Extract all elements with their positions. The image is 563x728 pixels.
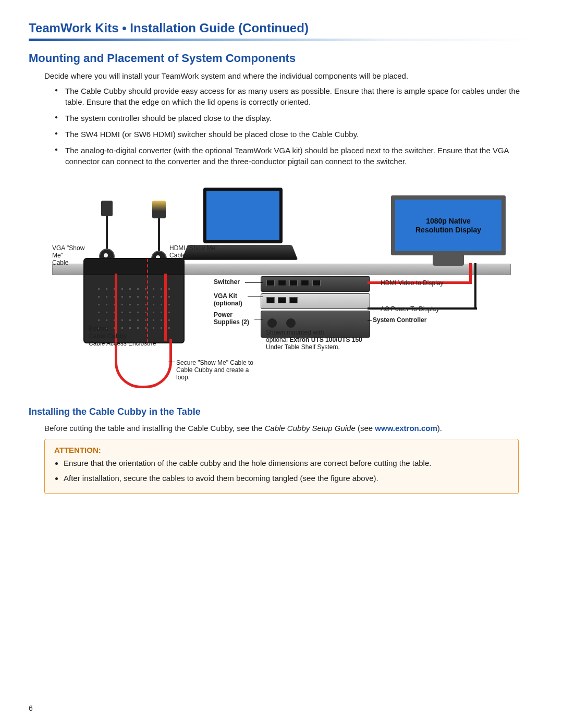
list-item: The Cable Cubby should provide easy acce… (55, 85, 534, 107)
switcher-unit-icon (261, 276, 370, 292)
shelf-note: Shown mounted with optional Extron UTS 1… (266, 329, 375, 351)
vga-kit-unit-icon (261, 293, 370, 309)
display-text-line2: Resolution Display (415, 226, 481, 234)
hdmi-show-me-cable (151, 201, 167, 266)
section-heading: Mounting and Placement of System Compone… (29, 52, 534, 65)
system-controller-label: System Controller (373, 317, 426, 324)
power-supplies-label: Power Supplies (2) (214, 312, 249, 333)
secure-cable-note: Secure "Show Me" Cable to Cable Cubby an… (176, 360, 254, 381)
subsection-heading: Installing the Cable Cubby in the Table (29, 406, 534, 417)
hdmi-cable-label: HDMI "Show Me" Cable (169, 245, 222, 260)
display-icon: 1080p Native Resolution Display (391, 195, 506, 266)
attention-item: Ensure that the orientation of the cable… (64, 458, 509, 470)
intro-text: Decide where you will install your TeamW… (44, 70, 534, 81)
ac-power-label: AC Power To Display (381, 306, 439, 313)
vga-connector-icon (101, 201, 113, 216)
attention-box: ATTENTION: Ensure that the orientation o… (44, 439, 519, 494)
display-text-line1: 1080p Native (426, 217, 471, 225)
hdmi-output-label: HDMI Video to Display (381, 280, 444, 287)
list-item: The system controller should be placed c… (55, 113, 534, 124)
cable-cubby-label: Extron Cable Cubby Cable Access Enclosur… (89, 326, 156, 347)
switcher-label: Switcher (214, 279, 240, 286)
page-number: 6 (29, 704, 33, 712)
sub-intro-text: Before cutting the table and installing … (44, 423, 534, 434)
hdmi-connector-icon (152, 201, 166, 218)
doc-title: TeamWork Kits • Installation Guide (Cont… (29, 21, 534, 35)
system-diagram: 1080p Native Resolution Display (52, 177, 511, 396)
main-bullet-list: The Cable Cubby should provide easy acce… (55, 85, 534, 167)
attention-item: After installation, secure the cables to… (64, 473, 509, 485)
vga-show-me-cable (99, 201, 115, 264)
list-item: The analog-to-digital converter (with th… (55, 145, 534, 167)
extron-link[interactable]: www.extron.com (375, 424, 437, 433)
vga-cable-label: VGA "Show Me" Cable (52, 245, 94, 266)
attention-title: ATTENTION: (54, 446, 509, 454)
list-item: The SW4 HDMI (or SW6 HDMI) switcher shou… (55, 129, 534, 140)
title-divider (29, 39, 534, 41)
